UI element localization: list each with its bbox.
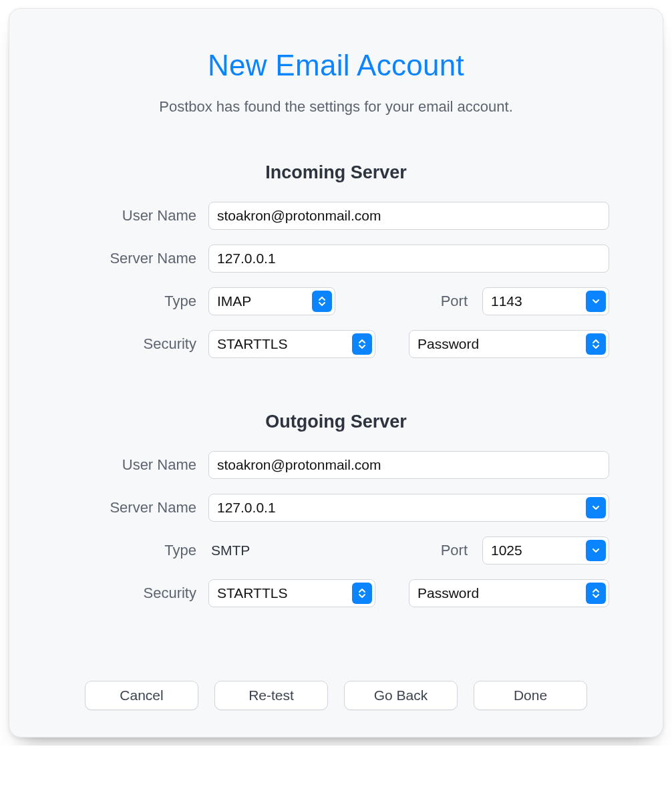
- done-button[interactable]: Done: [474, 681, 587, 710]
- incoming-security-label: Security: [63, 335, 196, 353]
- incoming-type-value: IMAP: [217, 293, 251, 309]
- incoming-username-value: stoakron@protonmail.com: [217, 208, 381, 224]
- incoming-server-input[interactable]: 127.0.0.1: [208, 245, 609, 273]
- incoming-section-title: Incoming Server: [63, 162, 609, 183]
- account-setup-window: New Email Account Postbox has found the …: [9, 8, 663, 738]
- incoming-type-select[interactable]: IMAP: [208, 287, 335, 315]
- outgoing-server-value: 127.0.0.1: [217, 500, 276, 516]
- chevron-updown-icon: [352, 333, 372, 355]
- chevron-updown-icon: [586, 333, 606, 355]
- outgoing-auth-value: Password: [417, 585, 479, 601]
- outgoing-username-label: User Name: [63, 456, 196, 474]
- incoming-type-label: Type: [63, 293, 196, 310]
- chevron-updown-icon: [312, 291, 332, 312]
- outgoing-security-label: Security: [63, 585, 196, 602]
- page-subtitle: Postbox has found the settings for your …: [63, 98, 609, 116]
- cancel-button[interactable]: Cancel: [85, 681, 198, 710]
- incoming-auth-select[interactable]: Password: [409, 330, 609, 358]
- incoming-security-select[interactable]: STARTTLS: [208, 330, 375, 358]
- chevron-updown-icon: [586, 583, 606, 604]
- retest-button[interactable]: Re-test: [214, 681, 328, 710]
- outgoing-security-select[interactable]: STARTTLS: [208, 579, 375, 607]
- chevron-updown-icon: [352, 583, 372, 604]
- outgoing-section-title: Outgoing Server: [63, 412, 609, 432]
- outgoing-port-value: 1025: [491, 542, 522, 559]
- outgoing-type-value: SMTP: [208, 542, 338, 559]
- chevron-down-icon: [586, 540, 606, 561]
- incoming-port-combo[interactable]: 1143: [482, 287, 609, 315]
- outgoing-server-label: Server Name: [63, 499, 196, 516]
- outgoing-auth-select[interactable]: Password: [409, 579, 609, 607]
- outgoing-server-combo[interactable]: 127.0.0.1: [208, 494, 609, 522]
- incoming-auth-value: Password: [417, 336, 479, 352]
- incoming-username-input[interactable]: stoakron@protonmail.com: [208, 202, 609, 230]
- incoming-form: User Name stoakron@protonmail.com Server…: [63, 202, 609, 358]
- outgoing-username-input[interactable]: stoakron@protonmail.com: [208, 451, 609, 479]
- go-back-button[interactable]: Go Back: [344, 681, 458, 710]
- incoming-username-label: User Name: [63, 207, 196, 224]
- outgoing-username-value: stoakron@protonmail.com: [217, 457, 381, 473]
- outgoing-security-value: STARTTLS: [217, 585, 287, 601]
- incoming-security-value: STARTTLS: [217, 336, 287, 352]
- incoming-server-label: Server Name: [63, 250, 196, 267]
- button-bar: Cancel Re-test Go Back Done: [63, 681, 609, 710]
- outgoing-form: User Name stoakron@protonmail.com Server…: [63, 451, 609, 607]
- outgoing-port-combo[interactable]: 1025: [482, 536, 609, 565]
- incoming-port-value: 1143: [491, 293, 522, 309]
- incoming-server-value: 127.0.0.1: [217, 251, 276, 267]
- outgoing-port-label: Port: [441, 542, 470, 559]
- outgoing-type-label: Type: [63, 542, 196, 559]
- chevron-down-icon: [586, 497, 606, 518]
- incoming-port-label: Port: [441, 293, 470, 310]
- chevron-down-icon: [586, 291, 606, 312]
- page-title: New Email Account: [63, 49, 609, 82]
